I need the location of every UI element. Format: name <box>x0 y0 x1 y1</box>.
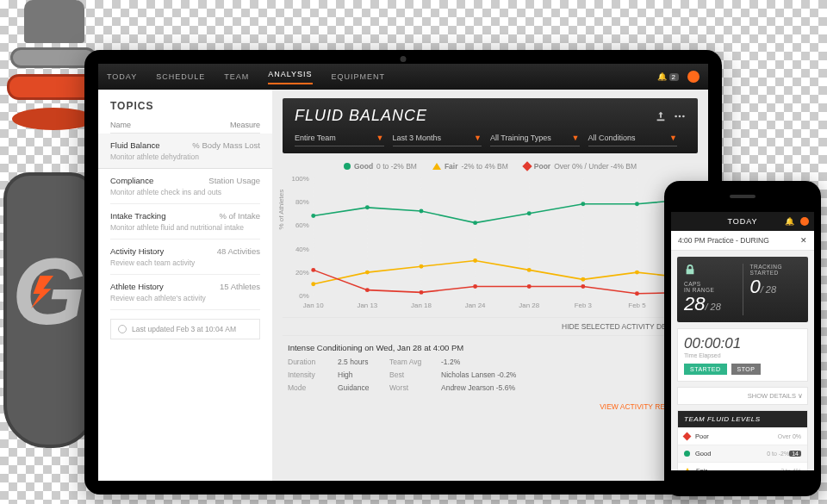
topic-compliance[interactable]: ComplianceStation Usage Monitor athlete … <box>110 169 260 204</box>
svg-text:80%: 80% <box>295 198 309 206</box>
notif-count: 2 <box>669 73 679 81</box>
col-name: Name <box>110 121 230 129</box>
main-panel: FLUID BALANCE Entire Team▼ Last 3 Months… <box>272 90 708 481</box>
lock-icon <box>684 264 696 276</box>
svg-text:Jan 24: Jan 24 <box>465 302 486 309</box>
fair-marker <box>684 468 691 470</box>
svg-point-1 <box>679 115 681 117</box>
topic-intake[interactable]: Intake Tracking% of Intake Monitor athle… <box>110 204 260 240</box>
tablet-camera <box>401 56 407 62</box>
page-title: FLUID BALANCE <box>295 107 648 125</box>
phone-subtitle: 4:00 PM Practice - DURING <box>678 236 769 245</box>
start-button[interactable]: STARTED <box>684 364 727 375</box>
fluid-row-good[interactable]: Good0 to -2%14 <box>678 445 807 462</box>
stop-button[interactable]: STOP <box>731 364 762 375</box>
phone-speaker <box>730 195 755 198</box>
topics-sidebar: TOPICS NameMeasure Fluid Balance% Body M… <box>98 90 272 481</box>
nav-today[interactable]: TODAY <box>107 72 137 81</box>
upload-icon[interactable] <box>655 110 667 122</box>
timer-value: 00:00:01 <box>684 335 801 352</box>
svg-text:Feb 5: Feb 5 <box>628 302 646 309</box>
poor-marker <box>683 432 692 441</box>
hide-details-toggle[interactable]: HIDE SELECTED ACTIVITY DETAILS ˆ <box>283 317 698 336</box>
phone-device: TODAY 🔔 4:00 PM Practice - DURING ✕ CAPS… <box>664 181 821 496</box>
y-axis-label: % of Athletes <box>277 190 285 230</box>
sidebar-title: TOPICS <box>110 100 260 112</box>
activity-details: Intense Conditioning on Wed, Jan 28 at 4… <box>283 336 698 399</box>
filter-training[interactable]: All Training Types▼ <box>490 130 580 146</box>
chevron-down-icon: ▼ <box>572 134 580 142</box>
phone-timer: 00:00:01 Time Elapsed STARTED STOP <box>677 328 808 382</box>
phone-subtitle-bar: 4:00 PM Practice - DURING ✕ <box>671 231 814 251</box>
bell-icon[interactable]: 🔔2 <box>657 72 679 81</box>
nav-team[interactable]: TEAM <box>224 72 249 81</box>
svg-text:100%: 100% <box>292 175 309 183</box>
phone-screen: TODAY 🔔 4:00 PM Practice - DURING ✕ CAPS… <box>671 212 814 470</box>
chevron-down-icon: ▼ <box>376 134 384 142</box>
top-nav: TODAY SCHEDULE TEAM ANALYSIS EQUIPMENT 🔔… <box>98 64 708 90</box>
nav-schedule[interactable]: SCHEDULE <box>156 72 205 81</box>
svg-point-2 <box>682 115 685 117</box>
view-results-button[interactable]: VIEW ACTIVITY RESULTS › <box>283 399 698 411</box>
chevron-down-icon: ▼ <box>669 134 677 142</box>
svg-text:0%: 0% <box>299 292 308 300</box>
avatar[interactable] <box>687 71 700 83</box>
phone-nav-title: TODAY <box>727 217 757 226</box>
phone-nav: TODAY 🔔 <box>671 212 814 231</box>
poor-marker <box>522 161 532 171</box>
last-updated: Last updated Feb 3 at 10:04 AM <box>110 319 260 339</box>
svg-text:60%: 60% <box>295 221 309 229</box>
chevron-down-icon: ▼ <box>474 134 482 142</box>
bell-icon[interactable]: 🔔 <box>785 217 795 226</box>
details-title: Intense Conditioning on Wed, Jan 28 at 4… <box>288 343 693 352</box>
svg-text:Jan 18: Jan 18 <box>411 302 432 309</box>
filter-team[interactable]: Entire Team▼ <box>295 130 384 146</box>
chart-legend: Good0 to -2% BM Fair-2% to 4% BM PoorOve… <box>283 162 698 171</box>
svg-text:Jan 10: Jan 10 <box>303 302 324 309</box>
clock-icon <box>118 325 127 333</box>
col-measure: Measure <box>230 121 260 129</box>
svg-text:40%: 40% <box>295 246 309 253</box>
more-icon[interactable] <box>674 110 686 122</box>
fluid-row-poor[interactable]: PoorOver 0% <box>678 427 807 445</box>
app-screen: TODAY SCHEDULE TEAM ANALYSIS EQUIPMENT 🔔… <box>98 64 708 481</box>
fluid-balance-chart: % of Athletes 0%20%40%60%80%100%Jan 10Ja… <box>288 174 698 312</box>
good-marker <box>684 451 690 457</box>
svg-text:Jan 28: Jan 28 <box>519 302 539 309</box>
svg-text:Feb 3: Feb 3 <box>575 302 593 309</box>
close-icon[interactable]: ✕ <box>800 236 807 245</box>
good-marker <box>344 163 351 170</box>
svg-text:Jan 13: Jan 13 <box>357 302 377 309</box>
fluid-header: TEAM FLUID LEVELS <box>678 411 807 427</box>
filter-conditions[interactable]: All Conditions▼ <box>588 130 678 146</box>
show-details-toggle[interactable]: SHOW DETAILS ∨ <box>677 387 808 405</box>
hero-header: FLUID BALANCE Entire Team▼ Last 3 Months… <box>283 98 698 153</box>
phone-status-card: CAPS IN RANGE 28/ 28 TRACKING STARTED 0/… <box>677 257 808 322</box>
fair-marker <box>432 163 441 170</box>
svg-text:20%: 20% <box>295 269 309 277</box>
topic-activity-history[interactable]: Activity History48 Activities Review eac… <box>110 240 260 275</box>
nav-equipment[interactable]: EQUIPMENT <box>332 72 386 81</box>
tablet-device: TODAY SCHEDULE TEAM ANALYSIS EQUIPMENT 🔔… <box>84 50 722 495</box>
svg-point-0 <box>675 115 677 117</box>
nav-analysis[interactable]: ANALYSIS <box>268 70 312 84</box>
topic-fluid-balance[interactable]: Fluid Balance% Body Mass Lost Monitor at… <box>98 134 272 169</box>
topic-athlete-history[interactable]: Athlete History15 Athletes Review each a… <box>110 275 260 310</box>
fluid-row-fair[interactable]: Fair-2 to 4% <box>678 462 807 470</box>
phone-fluid-levels: TEAM FLUID LEVELS PoorOver 0% Good0 to -… <box>677 410 808 470</box>
filter-range[interactable]: Last 3 Months▼ <box>393 130 482 146</box>
avatar[interactable] <box>800 217 809 226</box>
